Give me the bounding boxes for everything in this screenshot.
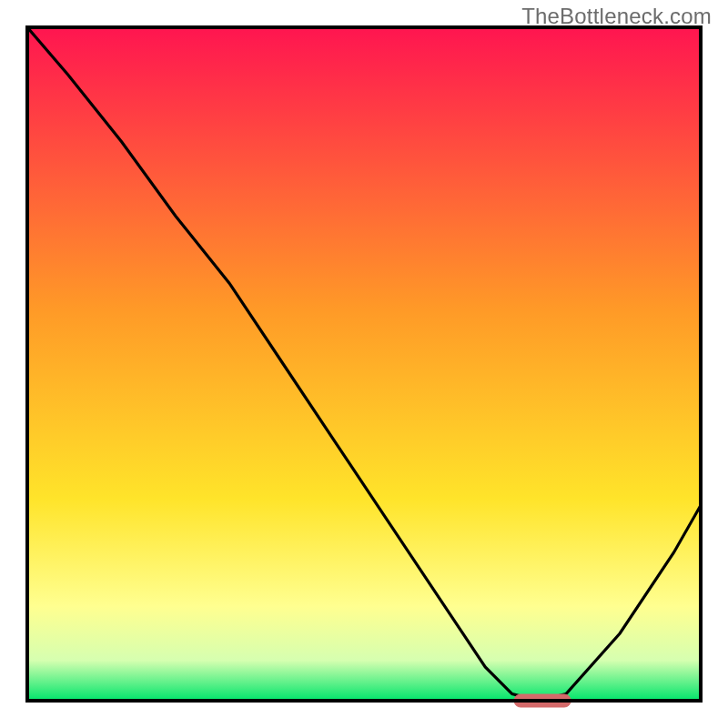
gradient-bg: [27, 27, 701, 701]
watermark-text: TheBottleneck.com: [521, 4, 712, 29]
chart-svg: [0, 0, 728, 728]
bottleneck-chart: TheBottleneck.com: [0, 0, 728, 728]
